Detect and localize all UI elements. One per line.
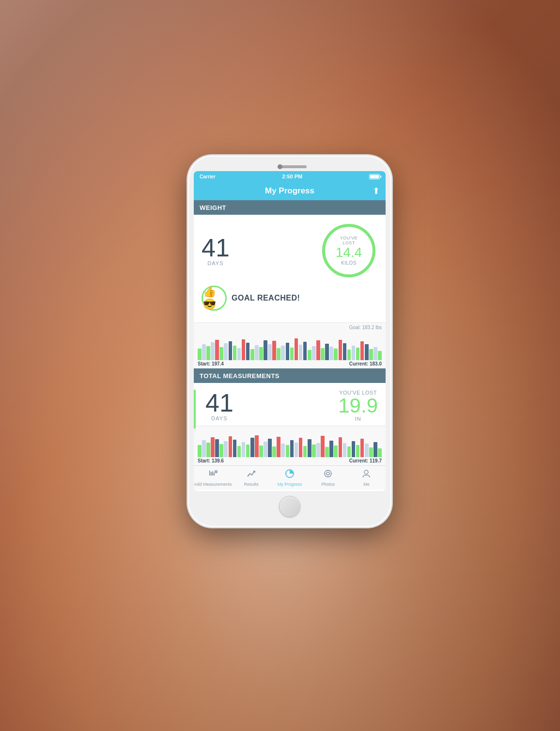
- results-icon: [247, 469, 256, 481]
- svg-rect-2: [209, 471, 210, 476]
- bar: [277, 348, 280, 360]
- measurements-section-header: TOTAL MEASUREMENTS: [194, 368, 386, 383]
- weight-circle: YOU'VE LOST 14.4 KILOS: [320, 222, 378, 280]
- bar: [233, 346, 237, 360]
- bar: [246, 445, 250, 457]
- bar: [360, 341, 364, 360]
- bar: [321, 436, 325, 457]
- bar: [229, 436, 233, 457]
- bar: [286, 445, 290, 457]
- bar: [325, 344, 329, 360]
- bar: [281, 444, 285, 457]
- days-number: 41: [202, 235, 230, 260]
- bar: [378, 351, 382, 360]
- bar: [268, 439, 272, 457]
- weight-section-header: WEIGHT: [194, 200, 386, 215]
- circle-unit: KILOS: [334, 260, 363, 266]
- home-button[interactable]: [279, 496, 300, 517]
- bar: [219, 444, 223, 457]
- tab-results-label: Results: [244, 482, 259, 487]
- bar: [290, 440, 294, 457]
- bar: [369, 349, 373, 360]
- weight-start-stat: Start: 197.4: [198, 361, 224, 366]
- phone-camera: [278, 164, 282, 169]
- bar: [259, 445, 263, 457]
- tab-add-measurements[interactable]: Add Measurements: [194, 466, 232, 490]
- bar: [352, 346, 356, 360]
- goal-emoji-circle: 👍😎: [202, 286, 227, 311]
- bar: [202, 344, 206, 360]
- bar: [321, 348, 325, 360]
- bar: [299, 438, 303, 457]
- share-button[interactable]: ⬆: [373, 186, 380, 196]
- measurements-chart-stats: Start: 139.6 Current: 119.7: [198, 457, 382, 465]
- bar: [312, 346, 316, 360]
- tab-me-label: Me: [363, 482, 370, 487]
- bar: [295, 338, 298, 360]
- bar: [334, 349, 338, 360]
- bar: [268, 344, 272, 360]
- bar: [242, 442, 246, 457]
- circle-text: YOU'VE LOST 14.4 KILOS: [334, 236, 363, 266]
- bar: [250, 349, 254, 360]
- carrier-label: Carrier: [200, 174, 216, 179]
- bar: [373, 442, 377, 457]
- weight-chart-area: Goal: 183.2 lbs: [194, 322, 386, 368]
- tab-photos-label: Photos: [321, 482, 335, 487]
- tab-results[interactable]: Results: [232, 466, 270, 490]
- bar: [281, 346, 285, 360]
- bar: [237, 446, 241, 457]
- bar: [264, 442, 267, 457]
- phone-screen: Carrier 2:50 PM My Progress ⬆ WEIGHT: [194, 171, 386, 491]
- bar: [202, 440, 206, 457]
- bar: [242, 339, 246, 360]
- bar: [365, 344, 369, 360]
- status-bar: Carrier 2:50 PM: [194, 171, 386, 182]
- bar: [360, 439, 364, 457]
- bar: [259, 347, 263, 360]
- tab-me[interactable]: Me: [347, 466, 386, 490]
- bar: [215, 340, 219, 360]
- weight-chart-stats: Start: 197.4 Current: 183.0: [198, 360, 382, 368]
- bar: [233, 440, 237, 457]
- phone-top-hardware: [194, 161, 386, 171]
- bar: [316, 443, 320, 457]
- bar: [206, 346, 210, 360]
- bar: [250, 438, 254, 457]
- battery-icon: [369, 174, 380, 179]
- bar: [343, 343, 347, 360]
- bar: [272, 341, 276, 360]
- bar: [343, 443, 347, 457]
- bar: [237, 348, 241, 360]
- bar: [246, 343, 250, 360]
- bar: [286, 343, 290, 360]
- tab-photos[interactable]: Photos: [309, 466, 347, 490]
- bar: [352, 441, 356, 457]
- tab-my-progress[interactable]: My Progress: [270, 466, 309, 490]
- weight-bar-chart: [198, 331, 382, 360]
- bar: [312, 445, 316, 457]
- bar: [272, 446, 276, 457]
- circle-number: 14.4: [334, 245, 363, 260]
- me-icon: [361, 469, 371, 481]
- bar: [211, 437, 215, 457]
- measurements-current-stat: Current: 119.7: [349, 458, 382, 463]
- bar: [255, 435, 259, 457]
- goal-row: 👍😎 GOAL REACHED!: [202, 286, 378, 311]
- bar: [356, 445, 360, 457]
- measurements-header-text: TOTAL MEASUREMENTS: [200, 372, 280, 380]
- bar: [329, 347, 333, 360]
- status-time: 2:50 PM: [282, 174, 303, 179]
- battery-fill: [370, 175, 379, 178]
- bar: [373, 347, 377, 360]
- measurements-start-stat: Start: 139.6: [198, 458, 224, 463]
- bar: [224, 343, 228, 360]
- weight-main-row: 41 DAYS YOU'VE LOST 14.4 KILOS: [202, 222, 378, 280]
- weight-header-text: WEIGHT: [200, 204, 226, 211]
- days-block: 41 DAYS: [202, 235, 230, 266]
- battery-indicator: [369, 174, 380, 179]
- bar: [339, 437, 342, 457]
- bar: [339, 340, 342, 360]
- add-measurements-icon: [208, 469, 218, 481]
- bar: [215, 439, 219, 457]
